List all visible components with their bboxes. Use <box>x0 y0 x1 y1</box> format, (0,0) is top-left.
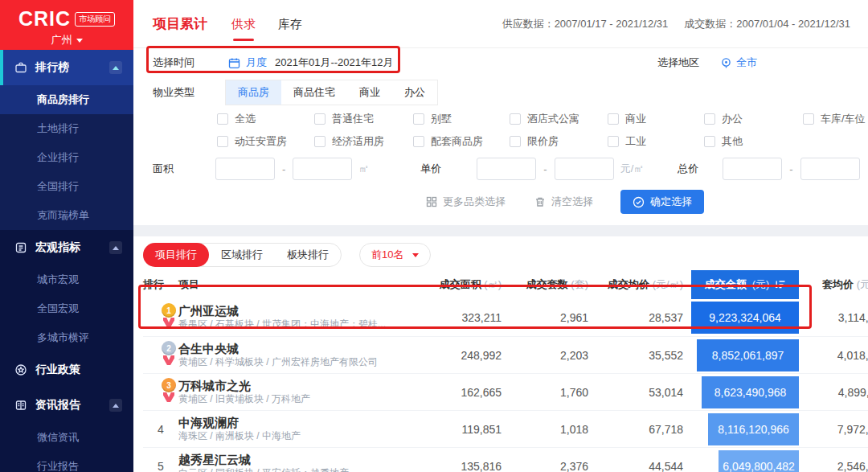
sidebar-item-industry-reports[interactable]: 行业报告 <box>0 452 133 472</box>
medal-ribbon-icon <box>163 355 174 365</box>
table-row[interactable]: 2 合生中央城黄埔区 / 科学城板块 / 广州宏祥房地产有限公司 248,992… <box>143 336 868 373</box>
tab-inventory[interactable]: 库存 <box>278 0 302 48</box>
location-pin-icon <box>720 57 732 69</box>
per-unit-value: 4,899,711 <box>799 386 868 399</box>
table-row[interactable]: 3 万科城市之光黄埔区 / 旧黄埔板块 / 万科地产 162,665 1,760… <box>143 373 868 410</box>
medal-ribbon-icon <box>163 318 174 327</box>
project-location: 海珠区 / 南洲板块 / 中海地产 <box>178 430 301 441</box>
sidebar-item-national-macro[interactable]: 全国宏观 <box>0 294 133 323</box>
area-max-input[interactable] <box>293 158 352 180</box>
tab-project-ranking[interactable]: 项目排行 <box>143 243 209 267</box>
col-amount-sorted[interactable]: 成交金额(元) <box>691 270 799 299</box>
tab-commercial-housing[interactable]: 商品房 <box>226 80 281 105</box>
project-cell[interactable]: 广州亚运城番禺区 / 石基板块 / 世茂集团；中海地产；碧桂... <box>178 304 420 331</box>
tab-supply-demand[interactable]: 供求 <box>231 0 256 48</box>
table-row[interactable]: 1 广州亚运城番禺区 / 石基板块 / 世茂集团；中海地产；碧桂... 323,… <box>143 299 868 336</box>
project-name: 万科城市之光 <box>178 379 251 392</box>
region-filter: 选择地区 全市 <box>657 55 757 70</box>
tab-office[interactable]: 办公 <box>392 80 437 105</box>
project-cell[interactable]: 越秀星汇云城白云区 / 同和板块 / 平安信托；越秀地产 <box>178 453 420 472</box>
checkbox-relocation-housing[interactable]: 动迁安置房 <box>217 134 314 149</box>
city-selector[interactable]: 广州 <box>0 33 133 47</box>
units-value: 2,961 <box>510 311 596 324</box>
sidebar-section-policy[interactable]: 行业政策 <box>0 352 133 388</box>
trash-icon <box>534 196 546 207</box>
avg-price-value: 44,544 <box>596 460 691 472</box>
city-label: 广州 <box>51 33 72 47</box>
section-divider <box>133 225 868 236</box>
checkbox-select-all[interactable]: 全选 <box>217 112 314 126</box>
checkbox-commercial[interactable]: 商业 <box>608 112 704 126</box>
sidebar-item-national-ranking[interactable]: 全国排行 <box>0 172 133 201</box>
sidebar-item-cric-list[interactable]: 克而瑞榜单 <box>0 201 133 230</box>
checkbox-icon <box>803 113 814 125</box>
amount-cell: 8,852,061,897 <box>691 337 799 374</box>
tab-commercial-residential[interactable]: 商品住宅 <box>281 80 347 105</box>
checkbox-ordinary-residence[interactable]: 普通住宅 <box>314 112 413 126</box>
checkbox-supporting-housing[interactable]: 配套商品房 <box>413 134 510 149</box>
sidebar-item-land-ranking[interactable]: 土地排行 <box>0 114 133 143</box>
project-cell[interactable]: 合生中央城黄埔区 / 科学城板块 / 广州宏祥房地产有限公司 <box>178 342 420 369</box>
sidebar-section-label: 行业政策 <box>35 363 80 377</box>
total-max-input[interactable] <box>800 158 860 180</box>
col-avg-price: 成交均价 (元/㎡) <box>596 277 691 292</box>
chevron-down-icon <box>76 39 83 43</box>
time-range-value[interactable]: 2021年01月--2021年12月 <box>275 55 393 70</box>
tab-project-cumulative[interactable]: 项目累计 <box>153 14 207 33</box>
region-filter-label: 选择地区 <box>657 55 699 70</box>
checkbox-affordable-housing[interactable]: 经济适用房 <box>314 134 413 149</box>
range-dash: - <box>543 163 547 175</box>
region-selector[interactable]: 全市 <box>720 55 757 70</box>
top-n-dropdown[interactable]: 前10名 <box>359 243 431 267</box>
sidebar-item-city-macro[interactable]: 城市宏观 <box>0 265 133 294</box>
price-min-input[interactable] <box>477 158 536 180</box>
clear-selection-button[interactable]: 清空选择 <box>534 195 593 209</box>
sidebar: CRIC 市场顾问 广州 排行榜 商品房排行 土地排行 企业排行 全国排行 克而… <box>0 0 133 472</box>
units-value: 2,376 <box>510 460 596 472</box>
tab-block-ranking[interactable]: 板块排行 <box>275 244 341 266</box>
project-name: 越秀星汇云城 <box>178 453 251 466</box>
project-cell[interactable]: 万科城市之光黄埔区 / 旧黄埔板块 / 万科地产 <box>178 379 420 406</box>
checkbox-hotel-apartment[interactable]: 酒店式公寓 <box>510 112 608 126</box>
amount-cell: 9,223,324,064 <box>691 299 799 336</box>
sidebar-item-commercial-housing-ranking[interactable]: 商品房排行 <box>0 85 133 114</box>
total-min-input[interactable] <box>723 158 782 180</box>
col-area: 成交面积 (㎡) <box>420 277 510 292</box>
col-units: 成交套数 (套) <box>510 277 596 292</box>
more-categories-button[interactable]: 更多品类选择 <box>426 195 506 209</box>
confirm-selection-button[interactable]: 确定选择 <box>620 190 704 214</box>
units-value: 1,018 <box>510 423 596 436</box>
checkbox-garage-parking[interactable]: 车库/车位 <box>803 112 868 126</box>
table-row[interactable]: 4 中海观澜府海珠区 / 南洲板块 / 中海地产 119,851 1,018 6… <box>143 410 868 447</box>
checkbox-villa[interactable]: 别墅 <box>413 112 510 126</box>
project-location: 白云区 / 同和板块 / 平安信托；越秀地产 <box>178 467 349 472</box>
project-cell[interactable]: 中海观澜府海珠区 / 南洲板块 / 中海地产 <box>178 416 420 443</box>
chevron-up-icon[interactable] <box>109 241 122 254</box>
tab-commercial[interactable]: 商业 <box>347 80 392 105</box>
avg-price-value: 67,718 <box>596 423 691 436</box>
sidebar-item-multicity-compare[interactable]: 多城市横评 <box>0 323 133 352</box>
range-dash: - <box>282 163 285 175</box>
chevron-up-icon[interactable] <box>109 399 122 412</box>
sidebar-item-wechat-news[interactable]: 微信资讯 <box>0 423 133 452</box>
sidebar-section-reports[interactable]: 资讯报告 <box>0 388 133 423</box>
checkbox-other[interactable]: 其他 <box>704 134 803 149</box>
per-unit-value: 7,972,614 <box>799 423 868 436</box>
sidebar-item-enterprise-ranking[interactable]: 企业排行 <box>0 143 133 172</box>
table-row[interactable]: 5 越秀星汇云城白云区 / 同和板块 / 平安信托；越秀地产 135,816 2… <box>143 447 868 472</box>
chevron-up-icon[interactable] <box>109 61 122 74</box>
tab-district-ranking[interactable]: 区域排行 <box>209 244 275 266</box>
medal-ribbon-icon <box>163 392 174 402</box>
sidebar-section-macro[interactable]: 宏观指标 <box>0 230 133 265</box>
check-circle-icon <box>633 196 645 208</box>
price-max-input[interactable] <box>555 158 614 180</box>
checkbox-icon <box>608 113 619 125</box>
checkbox-industrial[interactable]: 工业 <box>608 134 704 149</box>
sidebar-section-ranking[interactable]: 排行榜 <box>0 50 133 85</box>
period-selector[interactable]: 月度 <box>246 55 267 70</box>
property-type-tabs: 商品房 商品住宅 商业 办公 <box>225 80 438 105</box>
ranking-tab-group: 项目排行 区域排行 板块排行 <box>143 243 342 267</box>
area-min-input[interactable] <box>215 158 275 180</box>
checkbox-price-capped-housing[interactable]: 限价房 <box>510 134 608 149</box>
checkbox-office[interactable]: 办公 <box>704 112 803 126</box>
